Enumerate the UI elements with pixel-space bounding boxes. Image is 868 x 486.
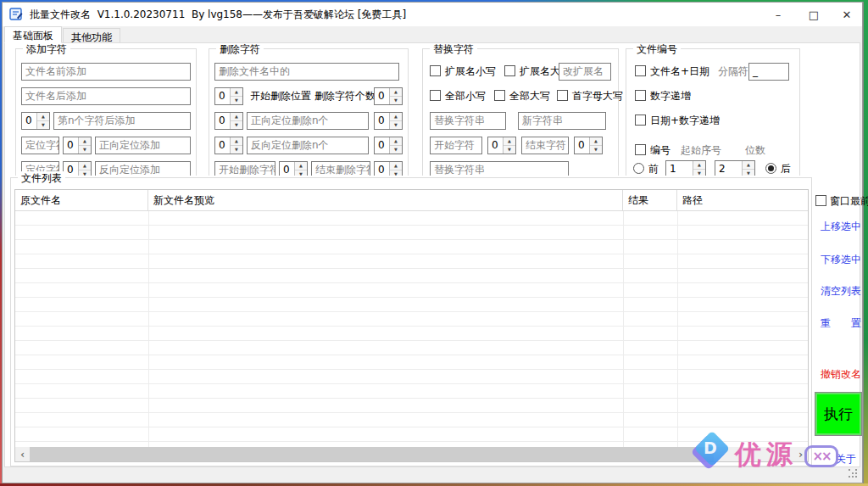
spin-up-icon[interactable]: ▲ [390, 113, 402, 121]
ext-lowercase-checkbox[interactable] [430, 65, 441, 76]
tab-other-functions[interactable]: 其他功能 [63, 28, 120, 43]
minimize-button[interactable]: – [760, 3, 796, 26]
app-window: 批量文件改名 V1.1.0.20230711 By lvg158——发布于吾爱破… [2, 2, 863, 483]
spin-down-icon[interactable]: ▼ [693, 170, 705, 176]
spin-down-icon[interactable]: ▼ [295, 170, 307, 176]
spin-down-icon[interactable]: ▼ [390, 170, 402, 176]
move-down-link[interactable]: 下移选中 [821, 253, 861, 267]
nth-insert-input[interactable]: 第n个字符后添加 [53, 112, 191, 130]
end-char-input[interactable]: 结束字符 [521, 137, 569, 154]
nth-position-spinner[interactable]: 0 ▲▼ [21, 112, 50, 130]
replace-new-input[interactable]: 新字符串 [518, 112, 606, 130]
spin-up-icon[interactable]: ▲ [390, 162, 402, 170]
backward-delete-input[interactable]: 反向定位删除n个 [247, 137, 369, 154]
start-index-spinner[interactable]: 1 ▲▼ [665, 160, 706, 176]
forward-delete-count-spinner[interactable]: 0 ▲▼ [374, 112, 403, 130]
all-uppercase-checkbox[interactable] [494, 90, 505, 101]
spin-down-icon[interactable]: ▼ [231, 121, 242, 129]
spin-up-icon[interactable]: ▲ [231, 137, 242, 146]
spin-down-icon[interactable]: ▼ [231, 97, 242, 104]
forward-delete-pos-spinner[interactable]: 0 ▲▼ [214, 112, 243, 130]
scroll-left-button[interactable]: ‹ [15, 447, 30, 461]
forward-locate-spinner[interactable]: 0 ▲▼ [63, 137, 92, 154]
end-char-spinner[interactable]: 0 ▲▼ [574, 137, 603, 154]
end-delete-char-input[interactable]: 结束删除字符 [311, 161, 370, 176]
spin-up-icon[interactable]: ▲ [390, 88, 402, 97]
spin-up-icon[interactable]: ▲ [743, 161, 754, 170]
forward-locate-char-input[interactable]: 定位字符 [21, 137, 59, 154]
capitalize-checkbox[interactable] [557, 90, 568, 101]
spin-up-icon[interactable]: ▲ [504, 137, 515, 146]
spin-up-icon[interactable]: ▲ [79, 137, 91, 146]
digits-spinner[interactable]: 2 ▲▼ [715, 160, 755, 176]
spin-down-icon[interactable]: ▼ [37, 121, 49, 129]
forward-locate-add-input[interactable]: 正向定位添加 [95, 137, 191, 154]
ext-uppercase-checkbox[interactable] [504, 65, 515, 76]
maximize-button[interactable]: □ [796, 3, 832, 26]
spin-down-icon[interactable]: ▼ [390, 121, 402, 129]
spin-down-icon[interactable]: ▼ [504, 146, 515, 154]
column-header-new-name-preview[interactable]: 新文件名预览 [148, 190, 623, 211]
all-lowercase-checkbox[interactable] [430, 90, 441, 101]
app-icon [9, 8, 23, 21]
forward-delete-input[interactable]: 正向定位删除n个 [247, 112, 369, 130]
spin-down-icon[interactable]: ▼ [79, 170, 91, 176]
window-topmost-checkbox[interactable] [815, 195, 826, 206]
start-char-input[interactable]: 开始字符 [430, 137, 482, 154]
about-link[interactable]: 关于 [836, 452, 856, 466]
title-bar: 批量文件改名 V1.1.0.20230711 By lvg158——发布于吾爱破… [3, 3, 862, 26]
tab-basic-panel[interactable]: 基础面板 [4, 26, 62, 43]
spin-up-icon[interactable]: ▲ [37, 113, 49, 121]
move-up-link[interactable]: 上移选中 [821, 220, 861, 234]
backward-locate-spinner[interactable]: 0 ▲▼ [63, 161, 92, 176]
spin-up-icon[interactable]: ▲ [231, 88, 242, 97]
backward-delete-count-spinner[interactable]: 0 ▲▼ [374, 137, 403, 154]
replace-range-input[interactable]: 替换字符串 [430, 161, 569, 176]
spin-down-icon[interactable]: ▼ [590, 146, 602, 154]
backward-locate-add-input[interactable]: 反向定位添加 [95, 161, 191, 176]
spin-down-icon[interactable]: ▼ [390, 97, 402, 104]
horizontal-scrollbar[interactable]: ‹ › [15, 447, 808, 461]
spin-up-icon[interactable]: ▲ [295, 162, 307, 170]
end-delete-char-spinner[interactable]: 0 ▲▼ [374, 161, 403, 176]
separator-input[interactable]: _ [748, 63, 789, 81]
delete-start-pos-spinner[interactable]: 0 ▲▼ [214, 87, 243, 105]
file-list-view[interactable]: 原文件名 新文件名预览 结果 路径 ‹ › [14, 189, 809, 462]
column-header-original-name[interactable]: 原文件名 [15, 190, 148, 211]
scrollbar-thumb[interactable] [30, 447, 714, 461]
column-header-result[interactable]: 结果 [623, 190, 677, 211]
spin-up-icon[interactable]: ▲ [693, 161, 705, 170]
spin-down-icon[interactable]: ▼ [743, 170, 754, 176]
reset-link[interactable]: 重 置 [821, 316, 861, 331]
backward-delete-pos-spinner[interactable]: 0 ▲▼ [214, 137, 243, 154]
spin-up-icon[interactable]: ▲ [79, 162, 91, 170]
name-date-checkbox[interactable] [635, 65, 646, 76]
spin-down-icon[interactable]: ▼ [231, 146, 242, 154]
position-front-radio[interactable] [633, 163, 644, 174]
numbering-checkbox[interactable] [635, 144, 646, 155]
number-increment-checkbox[interactable] [635, 90, 646, 101]
clear-list-link[interactable]: 清空列表 [821, 284, 861, 299]
spin-up-icon[interactable]: ▲ [231, 113, 242, 121]
spin-down-icon[interactable]: ▼ [390, 146, 402, 154]
spin-down-icon[interactable]: ▼ [79, 146, 91, 154]
change-ext-input[interactable]: 改扩展名 [559, 63, 611, 81]
replace-old-input[interactable]: 替换字符串 [430, 112, 506, 130]
delete-count-spinner[interactable]: 0 ▲▼ [374, 87, 403, 105]
date-number-increment-checkbox[interactable] [635, 115, 646, 126]
start-char-spinner[interactable]: 0 ▲▼ [487, 137, 516, 154]
suffix-input[interactable]: 文件名后添加 [21, 87, 191, 105]
delete-contains-input[interactable]: 删除文件名中的 [214, 63, 399, 81]
position-back-radio[interactable] [765, 163, 776, 174]
spin-up-icon[interactable]: ▲ [390, 137, 402, 146]
start-delete-char-spinner[interactable]: 0 ▲▼ [279, 161, 308, 176]
column-header-path[interactable]: 路径 [677, 190, 808, 211]
scroll-right-button[interactable]: › [793, 447, 808, 461]
prefix-input[interactable]: 文件名前添加 [21, 63, 191, 81]
execute-button[interactable]: 执行 [815, 393, 861, 435]
resize-grip-icon[interactable] [849, 469, 857, 478]
undo-rename-link[interactable]: 撤销改名 [821, 367, 861, 382]
start-delete-char-input[interactable]: 开始删除字符 [214, 161, 275, 176]
spin-up-icon[interactable]: ▲ [590, 137, 602, 146]
close-button[interactable]: ✕ [832, 3, 862, 26]
